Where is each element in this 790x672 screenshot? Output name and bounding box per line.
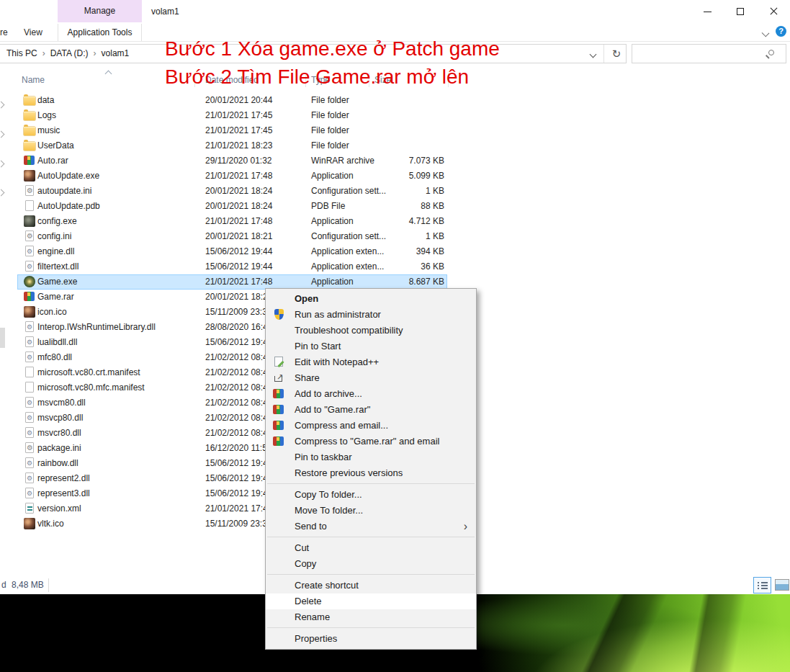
file-name: Logs bbox=[37, 108, 56, 123]
search-input[interactable] bbox=[637, 46, 766, 61]
tab-view[interactable]: View bbox=[24, 24, 42, 41]
file-row[interactable]: autoupdate.ini 20/01/2021 18:24 Configur… bbox=[0, 184, 790, 199]
menu-item[interactable]: Move To folder... bbox=[266, 503, 476, 519]
refresh-button[interactable]: ↻ bbox=[609, 46, 624, 62]
winrar-icon bbox=[273, 389, 284, 398]
menu-item[interactable] bbox=[267, 574, 475, 575]
file-date-modified: 20/01/2021 20:44 bbox=[205, 93, 272, 108]
annotation-line-1: Bước 1 Xóa game.exe ở Patch game bbox=[165, 35, 500, 63]
file-date-modified: 15/06/2012 19:4 bbox=[205, 335, 268, 350]
minimize-button[interactable] bbox=[691, 0, 724, 23]
file-type: File folder bbox=[311, 138, 349, 153]
file-name: msvcr80.dll bbox=[37, 426, 81, 441]
menu-item[interactable]: Rename bbox=[266, 609, 476, 625]
menu-item[interactable]: Copy To folder... bbox=[266, 487, 476, 503]
menu-item-label: Move To folder... bbox=[295, 505, 363, 516]
file-name: UserData bbox=[37, 138, 74, 153]
menu-item-icon-slot bbox=[273, 611, 284, 623]
menu-item-icon-slot bbox=[273, 505, 284, 516]
menu-item[interactable]: Edit with Notepad++ bbox=[266, 354, 476, 370]
minimize-icon bbox=[704, 12, 712, 12]
window-controls bbox=[691, 0, 790, 23]
file-name: data bbox=[37, 93, 54, 108]
annotation-line-2: Bước 2 Tìm File Game.rar mở lên bbox=[165, 63, 500, 91]
file-row[interactable]: engine.dll 15/06/2012 19:44 Application … bbox=[0, 244, 790, 259]
file-date-modified: 21/01/2021 17:48 bbox=[205, 214, 272, 229]
menu-item[interactable]: Run as administrator bbox=[266, 307, 476, 323]
file-row[interactable]: filtertext.dll 15/06/2012 19:44 Applicat… bbox=[0, 259, 790, 274]
file-row[interactable]: Auto.rar 29/11/2020 01:32 WinRAR archive… bbox=[0, 153, 790, 169]
folder-icon bbox=[24, 127, 35, 135]
file-name: msvcm80.dll bbox=[37, 395, 86, 411]
menu-item[interactable]: Open bbox=[266, 291, 476, 307]
file-row[interactable]: AutoUpdate.exe 21/01/2021 17:48 Applicat… bbox=[0, 169, 790, 184]
menu-item[interactable]: Pin to Start bbox=[266, 339, 476, 354]
dll-icon bbox=[25, 397, 34, 408]
menu-item[interactable]: Delete bbox=[266, 593, 476, 609]
title-bar: Manage volam1 bbox=[0, 0, 790, 24]
breadcrumb-item-this-pc[interactable]: This PC bbox=[6, 48, 37, 58]
file-name: represent2.dll bbox=[37, 471, 90, 486]
breadcrumb-item-volam1[interactable]: volam1 bbox=[102, 48, 130, 58]
file-name: microsoft.vc80.crt.manifest bbox=[37, 365, 140, 380]
menu-item[interactable]: Restore previous versions bbox=[266, 465, 476, 481]
menu-item-icon-slot bbox=[273, 341, 284, 352]
status-size-text: 8,48 MB bbox=[12, 576, 44, 594]
menu-item[interactable]: Properties bbox=[266, 631, 476, 647]
thumbnails-view-button[interactable] bbox=[775, 579, 789, 591]
file-row[interactable]: config.ini 20/01/2021 18:21 Configuratio… bbox=[0, 229, 790, 244]
ini-icon bbox=[25, 442, 34, 453]
file-name: rainbow.dll bbox=[37, 456, 78, 471]
file-row[interactable]: Game.exe 21/01/2021 17:48 Application 8.… bbox=[0, 274, 790, 290]
file-row[interactable]: config.exe 21/01/2021 17:48 Application … bbox=[0, 214, 790, 229]
divider bbox=[603, 45, 604, 63]
file-date-modified: 15/06/2012 19:44 bbox=[205, 259, 272, 274]
nav-pane-scrollbar[interactable] bbox=[0, 328, 5, 348]
folder-icon bbox=[24, 112, 35, 120]
menu-item-label: Restore previous versions bbox=[295, 467, 403, 478]
menu-item[interactable]: Add to "Game.rar" bbox=[266, 402, 476, 418]
menu-item[interactable]: Pin to taskbar bbox=[266, 449, 476, 465]
menu-item-icon-slot bbox=[273, 452, 284, 463]
file-name: icon.ico bbox=[37, 305, 67, 320]
menu-item-label: Properties bbox=[295, 633, 337, 644]
file-date-modified: 21/01/2021 17:45 bbox=[205, 108, 272, 123]
tab-share-partial[interactable]: re bbox=[0, 24, 10, 41]
file-date-modified: 16/12/2020 11:5 bbox=[205, 441, 267, 456]
menu-item-icon-slot bbox=[273, 293, 284, 305]
close-button[interactable] bbox=[757, 0, 790, 23]
breadcrumb-item-drive[interactable]: DATA (D:) bbox=[50, 48, 89, 58]
file-row[interactable]: AutoUpdate.pdb 20/01/2021 18:24 PDB File… bbox=[0, 199, 790, 214]
manage-contextual-tab[interactable]: Manage bbox=[58, 0, 142, 22]
file-row[interactable]: Logs 21/01/2021 17:45 File folder bbox=[0, 108, 790, 123]
divider bbox=[48, 578, 49, 592]
file-row[interactable]: data 20/01/2021 20:44 File folder bbox=[0, 93, 790, 108]
help-icon[interactable]: ? bbox=[776, 26, 786, 37]
menu-item[interactable]: Add to archive... bbox=[266, 386, 476, 402]
menu-item[interactable]: Share bbox=[266, 370, 476, 386]
maximize-button[interactable] bbox=[724, 0, 757, 23]
column-header-name[interactable]: Name bbox=[22, 69, 45, 91]
menu-item[interactable] bbox=[267, 627, 475, 628]
menu-item[interactable]: Troubleshoot compatibility bbox=[266, 323, 476, 339]
menu-item[interactable] bbox=[267, 537, 475, 537]
file-date-modified: 20/01/2021 18:2 bbox=[205, 290, 268, 305]
menu-item[interactable] bbox=[267, 483, 475, 484]
menu-item[interactable]: Compress to "Game.rar" and email bbox=[266, 434, 476, 449]
file-date-modified: 28/08/2020 16:4 bbox=[205, 320, 268, 335]
tab-application-tools[interactable]: Application Tools bbox=[58, 24, 142, 41]
menu-item-icon-slot bbox=[273, 467, 284, 479]
search-icon[interactable] bbox=[768, 50, 774, 55]
file-name: vltk.ico bbox=[37, 516, 64, 532]
menu-item[interactable]: Create shortcut bbox=[266, 578, 476, 593]
menu-item[interactable]: Copy bbox=[266, 556, 476, 572]
dll-icon bbox=[25, 457, 34, 468]
file-date-modified: 20/01/2021 18:24 bbox=[205, 184, 272, 199]
menu-item[interactable]: Send to › bbox=[266, 519, 476, 534]
file-date-modified: 21/01/2021 17:48 bbox=[205, 169, 272, 184]
menu-item[interactable]: Cut bbox=[266, 540, 476, 556]
details-view-button[interactable] bbox=[753, 577, 771, 593]
file-row[interactable]: UserData 21/01/2021 18:23 File folder bbox=[0, 138, 790, 153]
menu-item[interactable]: Compress and email... bbox=[266, 418, 476, 434]
file-row[interactable]: music 21/01/2021 17:45 File folder bbox=[0, 123, 790, 138]
